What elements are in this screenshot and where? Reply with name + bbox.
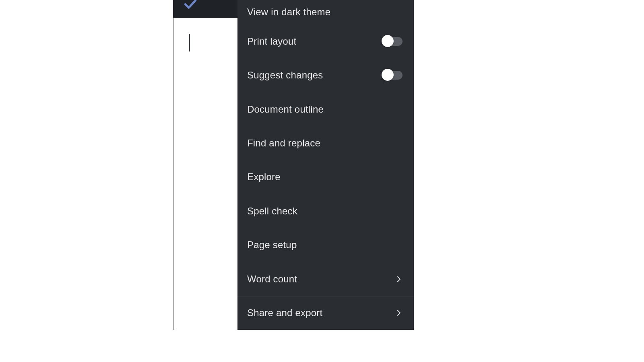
menu-item-share-export[interactable]: Share and export [237,296,414,330]
suggest-changes-toggle[interactable] [382,71,402,80]
chevron-right-icon [395,276,402,283]
menu-item-label: View in dark theme [247,6,330,18]
document-background [173,18,237,330]
menu-item-label: Spell check [247,206,297,217]
overflow-menu: View in dark theme Print layout Suggest … [237,0,414,330]
text-cursor [189,34,190,51]
toggle-knob [382,69,394,81]
menu-item-label: Share and export [247,307,322,319]
checkmark-icon[interactable] [183,0,198,11]
menu-item-label: Page setup [247,239,297,251]
toggle-knob [382,35,394,47]
menu-item-page-setup[interactable]: Page setup [237,228,414,262]
document-page[interactable] [174,18,237,330]
menu-item-view-dark-theme[interactable]: View in dark theme [237,0,414,25]
menu-item-print-layout[interactable]: Print layout [237,25,414,58]
menu-item-spell-check[interactable]: Spell check [237,194,414,228]
chevron-right-icon [395,309,402,317]
menu-item-label: Explore [247,171,281,183]
print-layout-toggle[interactable] [382,37,402,46]
menu-item-label: Find and replace [247,138,320,149]
menu-item-word-count[interactable]: Word count [237,262,414,296]
menu-item-explore[interactable]: Explore [237,160,414,194]
menu-item-find-replace[interactable]: Find and replace [237,126,414,160]
menu-item-suggest-changes[interactable]: Suggest changes [237,58,414,92]
menu-item-document-outline[interactable]: Document outline [237,93,414,126]
app-frame: View in dark theme Print layout Suggest … [173,0,414,330]
menu-item-label: Print layout [247,36,296,47]
menu-item-label: Word count [247,274,297,285]
menu-item-label: Document outline [247,104,324,115]
menu-item-label: Suggest changes [247,70,323,81]
